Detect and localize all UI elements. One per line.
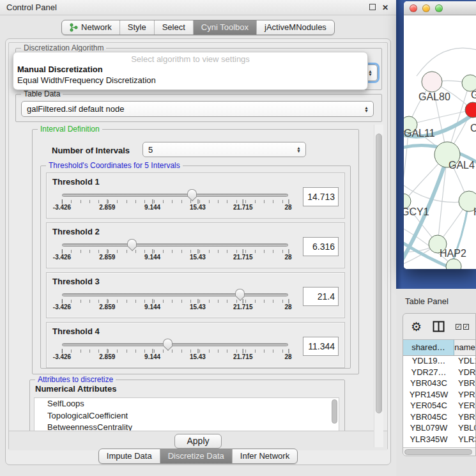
panel-scrollbar-thumb[interactable] (376, 134, 382, 413)
threshold-1-panel: Threshold 1 -3.426 2.859 9.144 15.43 21.… (46, 173, 345, 219)
tick-label: 9.144 (144, 303, 160, 311)
discretize-data-page: Discretization Algorithm ▲▼ Select algor… (8, 42, 388, 450)
apply-strip: Apply (9, 431, 387, 450)
threshold-2-slider-handle[interactable] (127, 239, 137, 247)
cell-name[interactable]: YPR14 (454, 390, 475, 401)
tick-label: 21.715 (233, 303, 253, 311)
tick-label: -3.426 (53, 353, 71, 360)
tab-network[interactable]: Network (62, 20, 119, 35)
algorithm-option-manual[interactable]: Manual Discretization (13, 64, 367, 75)
cell-name[interactable]: YBR04 (454, 412, 475, 424)
table-data-group: Table Data galFiltered.sif default node … (15, 94, 382, 122)
column-header-shared-name[interactable]: shared… (403, 340, 454, 355)
threshold-2-label: Threshold 2 (52, 227, 100, 236)
window-title: Control Panel (6, 3, 364, 12)
table-data-combo[interactable]: galFiltered.sif default node ▲▼ (21, 101, 374, 117)
number-of-intervals-combo[interactable]: 5 ▲▼ (142, 142, 306, 157)
cell-shared[interactable]: YBR043C (403, 378, 454, 390)
threshold-4-slider[interactable] (62, 343, 288, 346)
cell-shared[interactable]: YBL079W (403, 423, 454, 434)
threshold-1-slider-handle[interactable] (187, 189, 197, 197)
select-columns-icon[interactable]: ✓ ✓ (456, 324, 469, 330)
tick-label: 21.715 (233, 353, 253, 360)
threshold-3-slider-handle[interactable] (235, 289, 245, 296)
cell-shared[interactable]: YER054C (403, 401, 454, 412)
close-window-button[interactable]: ✕ (381, 3, 390, 12)
number-of-intervals-value: 5 (148, 145, 153, 155)
tick-label: -3.426 (53, 204, 71, 211)
tab-discretize-data[interactable]: Discretize Data (160, 449, 232, 463)
cell-shared[interactable]: YPR145W (403, 390, 454, 401)
tab-cyni-toolbox[interactable]: Cyni Toolbox (193, 20, 256, 35)
threshold-2-slider[interactable] (62, 243, 288, 247)
network-canvas[interactable]: GAL80 GA C GAL11 GAL4 GCY1 H HAP2 (404, 15, 476, 269)
tick-label: 15.43 (190, 204, 206, 211)
attribute-item[interactable]: TopologicalCoefficient (35, 410, 339, 422)
cell-name[interactable]: YBL07 (454, 423, 475, 434)
tab-infer-network[interactable]: Infer Network (232, 449, 297, 463)
gear-icon[interactable]: ⚙ (411, 321, 422, 333)
threshold-3-value-field[interactable]: 21.4 (303, 287, 339, 306)
label-gal4: GAL4 (449, 160, 475, 171)
threshold-1-tick-labels: -3.426 2.859 9.144 15.43 21.715 28 (62, 204, 288, 211)
label-gcy1: GCY1 (404, 206, 429, 217)
table-row[interactable]: YBL079WYBL07 (403, 423, 475, 434)
combo-arrows-icon: ▲▼ (296, 146, 301, 153)
tick-label: 28 (284, 353, 291, 360)
bottom-tab-bar: Impute Data Discretize Data Infer Networ… (6, 449, 390, 464)
threshold-1-value-field[interactable]: 14.713 (303, 187, 339, 206)
cell-name[interactable]: YLR34 (454, 434, 475, 446)
list-scrollbar[interactable] (332, 399, 337, 424)
cell-name[interactable]: YDL19 (454, 356, 475, 367)
table-row[interactable]: YPR145WYPR14 (403, 390, 475, 401)
cell-shared[interactable]: YBR045C (403, 412, 454, 424)
algorithm-option-equal-width[interactable]: Equal Width/Frequency Discretization (13, 75, 367, 86)
minimize-traffic-light[interactable] (422, 4, 430, 12)
tab-style[interactable]: Style (119, 20, 154, 35)
table-row[interactable]: YBR045CYBR04 (403, 412, 475, 424)
tab-select[interactable]: Select (154, 20, 193, 35)
panel-scrollbar[interactable] (374, 125, 383, 447)
cell-shared[interactable]: YLR345W (403, 434, 454, 446)
table-row[interactable]: YER054CYER05 (403, 401, 475, 412)
table-data-group-title: Table Data (21, 89, 63, 98)
node-cut-bottom[interactable] (446, 259, 461, 269)
node-gal80[interactable] (422, 72, 442, 92)
numerical-attributes-list[interactable]: SelfLoops TopologicalCoefficient Between… (34, 397, 339, 434)
table-horizontal-scrollbar-thumb[interactable] (404, 449, 472, 455)
zoom-traffic-light[interactable] (435, 4, 443, 12)
table-row[interactable]: YBR043CYBR04 (403, 378, 475, 390)
cell-name[interactable]: YBR04 (454, 378, 475, 390)
column-header-name[interactable]: name (454, 340, 475, 355)
threshold-4-slider-handle[interactable] (163, 339, 173, 346)
threshold-4-panel: Threshold 4 -3.426 2.859 9.144 15.43 21.… (46, 322, 345, 368)
table-row[interactable]: YLR345WYLR34 (403, 434, 475, 446)
threshold-1-ticks (62, 200, 288, 203)
threshold-1-slider[interactable] (62, 194, 288, 197)
apply-button[interactable]: Apply (174, 434, 221, 449)
threshold-3-slider[interactable] (62, 293, 288, 296)
label-cut-c: C (470, 123, 476, 134)
tick-label: 2.859 (99, 204, 115, 211)
cell-name[interactable]: YDR27 (454, 367, 475, 379)
cell-shared[interactable]: YDR27… (403, 367, 454, 379)
tab-jactivemnodules[interactable]: jActiveMNodules (256, 20, 334, 35)
interval-definition-group-title: Interval Definition (38, 125, 102, 134)
numerical-attributes-label: Numerical Attributes (35, 384, 116, 394)
threshold-4-value-field[interactable]: 11.344 (303, 337, 339, 356)
tab-impute-data[interactable]: Impute Data (99, 449, 160, 463)
threshold-2-value-field[interactable]: 6.316 (303, 237, 339, 256)
threshold-coordinates-group: Threshold's Coordinates for 5 Intervals … (40, 165, 351, 369)
table-row[interactable]: YDR27…YDR27 (403, 367, 475, 379)
close-traffic-light[interactable] (410, 4, 417, 12)
cell-name[interactable]: YER05 (454, 401, 475, 412)
tick-label: 15.43 (190, 353, 206, 360)
attribute-item[interactable]: SelfLoops (35, 398, 339, 410)
threshold-4-ticks (62, 349, 288, 353)
split-columns-icon[interactable] (433, 321, 445, 332)
table-row[interactable]: YDL19…YDL19 (403, 356, 475, 367)
cell-shared[interactable]: YDL19… (403, 356, 454, 367)
float-window-button[interactable] (368, 3, 377, 12)
table-horizontal-scrollbar[interactable] (403, 447, 475, 456)
label-gal11: GAL11 (404, 128, 435, 139)
